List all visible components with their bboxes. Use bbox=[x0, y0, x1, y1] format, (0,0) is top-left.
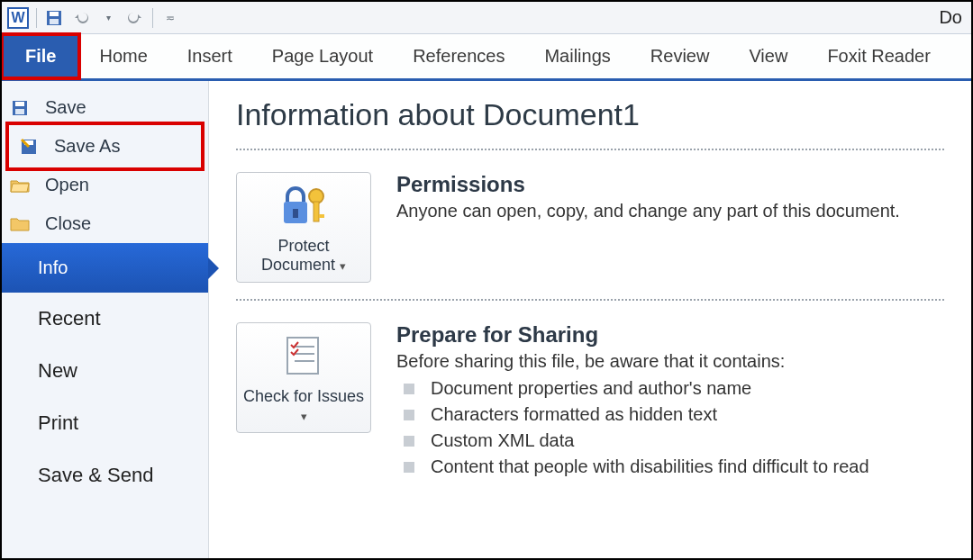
list-item: Custom XML data bbox=[404, 428, 869, 454]
bullet-icon bbox=[404, 410, 414, 420]
tab-insert[interactable]: Insert bbox=[168, 34, 252, 78]
sidebar-item-save[interactable]: Save bbox=[2, 88, 208, 127]
sidebar-item-label: Save bbox=[45, 97, 86, 118]
sidebar-item-label: Save & Send bbox=[38, 464, 153, 487]
sidebar-item-close[interactable]: Close bbox=[2, 204, 208, 243]
svg-rect-12 bbox=[319, 214, 324, 218]
quick-access-toolbar: W ▾ ≂ Do bbox=[2, 2, 971, 34]
tab-mailings[interactable]: Mailings bbox=[524, 34, 630, 78]
svg-rect-2 bbox=[50, 19, 59, 24]
qat-separator bbox=[152, 8, 153, 28]
sidebar-item-open[interactable]: Open bbox=[2, 166, 208, 204]
svg-rect-4 bbox=[15, 102, 24, 106]
tab-review[interactable]: Review bbox=[631, 34, 730, 78]
backstage-sidebar: Save Save As Open Close Info Recent bbox=[2, 81, 209, 558]
button-label: Protect Document ▾ bbox=[242, 237, 365, 275]
button-label: Check for Issues ▾ bbox=[242, 387, 365, 425]
sidebar-item-label: Open bbox=[45, 175, 89, 195]
check-for-issues-button[interactable]: Check for Issues ▾ bbox=[236, 322, 371, 433]
customize-qat-icon[interactable]: ≂ bbox=[160, 8, 180, 28]
tab-home[interactable]: Home bbox=[79, 34, 167, 78]
permissions-section: Protect Document ▾ Permissions Anyone ca… bbox=[236, 167, 944, 283]
tab-page-layout[interactable]: Page Layout bbox=[252, 34, 393, 78]
sidebar-item-label: Print bbox=[38, 411, 78, 435]
sidebar-item-label: Recent bbox=[38, 307, 101, 330]
sidebar-item-label: Save As bbox=[54, 136, 120, 157]
backstage-content: Information about Document1 Protect Docu… bbox=[209, 81, 971, 558]
save-icon[interactable] bbox=[44, 8, 64, 28]
tab-foxit-reader[interactable]: Foxit Reader bbox=[807, 34, 950, 78]
divider bbox=[236, 299, 944, 301]
save-icon bbox=[9, 97, 31, 119]
dropdown-arrow-icon[interactable]: ▾ bbox=[98, 8, 118, 28]
chevron-down-icon: ▾ bbox=[301, 410, 307, 423]
list-item: Characters formatted as hidden text bbox=[404, 402, 869, 428]
sidebar-item-save-send[interactable]: Save & Send bbox=[2, 449, 208, 501]
svg-rect-11 bbox=[314, 202, 319, 221]
permissions-heading: Permissions bbox=[396, 172, 900, 197]
tab-view[interactable]: View bbox=[729, 34, 807, 78]
sidebar-item-label: New bbox=[38, 359, 77, 383]
bullet-icon bbox=[404, 436, 414, 447]
undo-icon[interactable] bbox=[71, 8, 91, 28]
protect-document-button[interactable]: Protect Document ▾ bbox=[236, 172, 371, 283]
checklist-icon bbox=[278, 334, 329, 382]
word-app-icon[interactable]: W bbox=[7, 7, 29, 29]
qat-separator bbox=[36, 8, 37, 28]
sidebar-item-info[interactable]: Info bbox=[2, 243, 208, 293]
prepare-section: Check for Issues ▾ Prepare for Sharing B… bbox=[236, 317, 944, 480]
window-title: Do bbox=[939, 7, 966, 28]
svg-rect-1 bbox=[50, 12, 59, 16]
bullet-icon bbox=[404, 462, 414, 473]
svg-rect-9 bbox=[293, 209, 298, 218]
sidebar-item-label: Info bbox=[38, 257, 68, 278]
bullet-icon bbox=[404, 384, 414, 394]
redo-icon[interactable] bbox=[125, 8, 145, 28]
save-as-icon bbox=[18, 136, 40, 158]
svg-rect-13 bbox=[287, 338, 318, 374]
page-title: Information about Document1 bbox=[236, 97, 944, 132]
sidebar-item-print[interactable]: Print bbox=[2, 397, 208, 449]
divider bbox=[236, 149, 944, 150]
folder-open-icon bbox=[9, 175, 31, 196]
permissions-body: Anyone can open, copy, and change any pa… bbox=[396, 201, 900, 221]
prepare-heading: Prepare for Sharing bbox=[396, 322, 869, 348]
sidebar-item-label: Close bbox=[45, 213, 91, 234]
chevron-down-icon: ▾ bbox=[340, 259, 346, 273]
lock-key-icon bbox=[278, 184, 329, 231]
ribbon-tabs: File Home Insert Page Layout References … bbox=[2, 34, 971, 81]
folder-close-icon bbox=[9, 213, 31, 235]
tab-file[interactable]: File bbox=[2, 34, 79, 78]
prepare-body: Before sharing this file, be aware that … bbox=[396, 351, 869, 372]
tab-references[interactable]: References bbox=[393, 34, 524, 78]
svg-rect-5 bbox=[15, 109, 24, 114]
list-item: Document properties and author's name bbox=[404, 375, 869, 402]
sidebar-item-save-as[interactable]: Save As bbox=[11, 127, 199, 166]
list-item: Content that people with disabilities fi… bbox=[404, 454, 869, 480]
sidebar-item-recent[interactable]: Recent bbox=[2, 293, 208, 345]
prepare-issues-list: Document properties and author's name Ch… bbox=[396, 375, 869, 480]
sidebar-item-new[interactable]: New bbox=[2, 345, 208, 397]
